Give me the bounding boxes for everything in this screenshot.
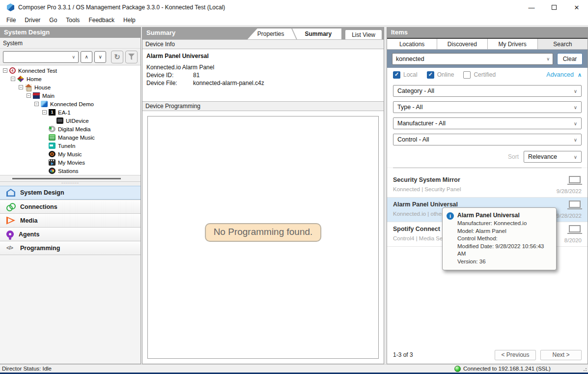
maximize-button[interactable]	[543, 0, 565, 15]
view-navigation: System Design Connections Media Agents P…	[0, 186, 140, 255]
tree-item[interactable]: − Home	[0, 75, 140, 83]
nav-item[interactable]: Programming	[0, 241, 140, 255]
tree-item[interactable]: Manage Music	[0, 133, 140, 142]
chevron-down-icon: ∨	[574, 88, 581, 94]
connection-text: Connected to 192.168.1.241 (SSL)	[463, 366, 551, 372]
menu-item[interactable]: Feedback	[84, 16, 119, 25]
advanced-link[interactable]: Advanced ∧	[546, 71, 582, 78]
tree-item[interactable]: − Konnected Test	[0, 66, 140, 75]
tree-toolbar: ∨ ∧ ∨ ↻	[0, 49, 140, 65]
nav-item[interactable]: Connections	[0, 200, 140, 213]
nav-programming-icon	[6, 244, 15, 252]
items-tab[interactable]: Locations	[387, 39, 437, 49]
menu-item[interactable]: Help	[119, 16, 140, 25]
driver-date: 9/28/2022	[557, 188, 582, 194]
tab-pair: Properties Summary	[248, 29, 341, 39]
tree-item[interactable]: − Main	[0, 91, 140, 100]
sort-value: Relevance	[528, 153, 557, 160]
device-field-row: Device File: konnected-alarm-panel.c4z	[146, 80, 384, 86]
house-icon	[25, 84, 32, 90]
tree-expander-icon[interactable]: −	[42, 110, 47, 115]
nav-item[interactable]: System Design	[0, 186, 140, 200]
tree-item[interactable]: UIDevice	[0, 116, 140, 125]
device-description: Konnected.io Alarm Panel	[146, 64, 384, 71]
panel-splitter[interactable]: ·········	[0, 181, 140, 186]
nav-item-label: Connections	[20, 203, 57, 210]
checkbox-icon[interactable]	[463, 71, 471, 79]
nav-item-label: System Design	[20, 189, 64, 196]
tree-item-label: Digital Media	[58, 126, 90, 132]
filter-dropdown[interactable]: Category - All ∨	[393, 85, 582, 97]
menu-item[interactable]: Tools	[61, 16, 84, 25]
scrollbar-thumb[interactable]	[12, 178, 121, 179]
filter-checkbox-group[interactable]: Certified	[463, 71, 496, 79]
app-logo-icon	[7, 3, 14, 11]
tree-horizontal-scrollbar[interactable]	[0, 175, 140, 181]
device-name: Alarm Panel Universal	[146, 53, 384, 59]
items-tab[interactable]: Discovered	[437, 39, 487, 49]
search-input[interactable]: konnected ∨	[392, 53, 553, 65]
tab-summary[interactable]: Summary	[295, 29, 341, 39]
items-tab[interactable]: My Drivers	[488, 39, 538, 49]
tree-expander-icon[interactable]: −	[27, 93, 31, 98]
sort-dropdown[interactable]: Relevance ∨	[524, 151, 582, 163]
nav-item[interactable]: Agents	[0, 227, 140, 241]
maximize-icon	[552, 5, 557, 10]
tree-item[interactable]: Digital Media	[0, 125, 140, 133]
tree-item[interactable]: My Music	[0, 150, 140, 158]
checkbox-icon[interactable]	[393, 71, 400, 79]
main-icon	[33, 92, 40, 99]
display-icon	[569, 201, 581, 208]
tree-item-label: Konnected Test	[18, 68, 57, 74]
result-range: 1-3 of 3	[393, 351, 413, 358]
tree-search-combo[interactable]: ∨	[3, 51, 79, 63]
checkbox-icon[interactable]	[427, 71, 434, 79]
items-tab[interactable]: Search	[538, 39, 588, 49]
nav-item[interactable]: Media	[0, 213, 140, 227]
menu-item[interactable]: File	[2, 16, 20, 25]
tree-item[interactable]: − EA-1	[0, 108, 140, 116]
refresh-button[interactable]: ↻	[111, 51, 123, 63]
find-previous-button[interactable]: ∧	[81, 51, 92, 63]
driver-result-row[interactable]: Security System Mirror Konnected | Secur…	[387, 173, 588, 198]
menu-item[interactable]: Go	[45, 16, 61, 25]
dropdown-value: Type - All	[397, 104, 422, 111]
filter-dropdown[interactable]: Control - All ∨	[393, 134, 582, 145]
advanced-label: Advanced	[546, 71, 574, 78]
connection-status: Connected to 192.168.1.241 (SSL)	[454, 366, 551, 372]
next-button[interactable]: Next >	[540, 350, 582, 360]
tree-item[interactable]: − Konnected Demo	[0, 100, 140, 108]
tree-expander-icon[interactable]: −	[19, 85, 23, 89]
no-programming-message: No Programming found.	[205, 223, 322, 242]
filter-checkbox-group[interactable]: Local	[393, 71, 418, 79]
tree-expander-icon[interactable]: −	[34, 102, 39, 106]
menu-item[interactable]: Driver	[20, 16, 45, 25]
tree-item[interactable]: TuneIn	[0, 142, 140, 150]
close-button[interactable]: ✕	[565, 0, 588, 15]
tree-item[interactable]: − House	[0, 83, 140, 91]
clear-button[interactable]: Clear	[557, 53, 583, 65]
find-next-button[interactable]: ∨	[94, 51, 106, 63]
tab-list-view[interactable]: List View	[345, 29, 382, 39]
previous-button[interactable]: < Previous	[495, 350, 536, 360]
display-icon	[569, 225, 581, 232]
device-programming-section-header: Device Programming	[142, 101, 384, 111]
tooltip-line: Modified Date: 9/28/2022 10:56:43 AM	[457, 243, 552, 258]
minimize-button[interactable]: —	[520, 0, 543, 15]
filter-dropdown[interactable]: Type - All ∨	[393, 101, 582, 113]
tooltip-line: Version: 36	[457, 258, 552, 266]
device-field-value: 81	[193, 72, 199, 79]
filter-dropdown[interactable]: Manufacturer - All ∨	[393, 117, 582, 129]
filter-checkbox-group[interactable]: Online	[427, 71, 454, 79]
filter-button[interactable]	[125, 51, 138, 63]
tree-expander-icon[interactable]: −	[11, 77, 15, 81]
tree-expander-icon[interactable]: −	[3, 68, 7, 73]
tree-item[interactable]: My Movies	[0, 158, 140, 167]
tree-item[interactable]: Stations	[0, 167, 140, 175]
driver-title: Security System Mirror	[393, 176, 582, 183]
resize-grip-icon[interactable]	[582, 367, 587, 372]
tab-properties[interactable]: Properties	[248, 29, 294, 39]
nav-media-icon	[6, 217, 15, 225]
chevron-down-icon: ∨	[546, 57, 553, 61]
home-icon	[17, 76, 24, 82]
